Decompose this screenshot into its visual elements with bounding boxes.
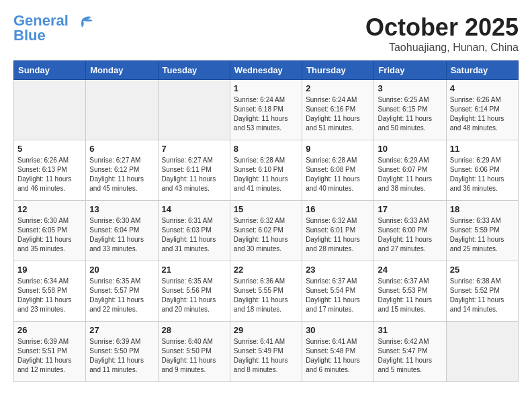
calendar-cell: 17Sunrise: 6:33 AMSunset: 6:00 PMDayligh… [374,201,446,261]
calendar-table: SundayMondayTuesdayWednesdayThursdayFrid… [13,60,519,382]
day-number: 29 [234,325,298,335]
day-info: Sunrise: 6:30 AMSunset: 6:05 PMDaylight:… [17,216,82,254]
page-header: GeneralBlue October 2025 Taohuajiang, Hu… [13,13,519,54]
calendar-cell: 29Sunrise: 6:41 AMSunset: 5:49 PMDayligh… [230,322,302,382]
calendar-week-4: 19Sunrise: 6:34 AMSunset: 5:58 PMDayligh… [14,261,519,322]
calendar-cell: 6Sunrise: 6:27 AMSunset: 6:12 PMDaylight… [86,140,158,201]
weekday-header-tuesday: Tuesday [158,61,230,80]
calendar-cell: 18Sunrise: 6:33 AMSunset: 5:59 PMDayligh… [446,201,518,261]
calendar-cell: 15Sunrise: 6:32 AMSunset: 6:02 PMDayligh… [230,201,302,261]
day-number: 30 [306,325,370,335]
calendar-cell: 16Sunrise: 6:32 AMSunset: 6:01 PMDayligh… [302,201,374,261]
calendar-cell [86,80,158,140]
calendar-cell: 4Sunrise: 6:26 AMSunset: 6:14 PMDaylight… [446,80,518,140]
day-number: 2 [306,83,370,93]
calendar-week-1: 1Sunrise: 6:24 AMSunset: 6:18 PMDaylight… [14,80,519,140]
day-number: 26 [17,325,82,335]
calendar-cell: 28Sunrise: 6:40 AMSunset: 5:50 PMDayligh… [158,322,230,382]
weekday-header-saturday: Saturday [446,61,518,80]
weekday-header-monday: Monday [86,61,158,80]
day-number: 27 [89,325,154,335]
day-info: Sunrise: 6:27 AMSunset: 6:12 PMDaylight:… [89,156,154,193]
day-info: Sunrise: 6:26 AMSunset: 6:13 PMDaylight:… [17,156,82,193]
calendar-cell: 10Sunrise: 6:29 AMSunset: 6:07 PMDayligh… [374,140,446,201]
calendar-cell: 12Sunrise: 6:30 AMSunset: 6:05 PMDayligh… [14,201,86,261]
day-number: 10 [378,144,442,154]
calendar-cell: 14Sunrise: 6:31 AMSunset: 6:03 PMDayligh… [158,201,230,261]
location-title: Taohuajiang, Hunan, China [365,42,519,54]
day-info: Sunrise: 6:29 AMSunset: 6:06 PMDaylight:… [450,156,515,193]
calendar-cell [158,80,230,140]
day-number: 25 [450,265,515,275]
calendar-cell: 24Sunrise: 6:37 AMSunset: 5:53 PMDayligh… [374,261,446,322]
calendar-cell: 19Sunrise: 6:34 AMSunset: 5:58 PMDayligh… [14,261,86,322]
calendar-body: 1Sunrise: 6:24 AMSunset: 6:18 PMDaylight… [14,80,519,382]
day-info: Sunrise: 6:39 AMSunset: 5:51 PMDaylight:… [17,337,82,375]
day-info: Sunrise: 6:34 AMSunset: 5:58 PMDaylight:… [17,277,82,314]
calendar-cell: 22Sunrise: 6:36 AMSunset: 5:55 PMDayligh… [230,261,302,322]
calendar-week-5: 26Sunrise: 6:39 AMSunset: 5:51 PMDayligh… [14,322,519,382]
day-number: 19 [17,265,82,275]
day-info: Sunrise: 6:35 AMSunset: 5:56 PMDaylight:… [162,277,226,314]
day-info: Sunrise: 6:27 AMSunset: 6:11 PMDaylight:… [162,156,226,193]
day-number: 16 [306,204,370,214]
day-number: 20 [89,265,154,275]
day-number: 23 [306,265,370,275]
logo: GeneralBlue [13,13,94,43]
day-info: Sunrise: 6:30 AMSunset: 6:04 PMDaylight:… [89,216,154,254]
calendar-cell: 27Sunrise: 6:39 AMSunset: 5:50 PMDayligh… [86,322,158,382]
day-info: Sunrise: 6:28 AMSunset: 6:08 PMDaylight:… [306,156,370,193]
day-info: Sunrise: 6:37 AMSunset: 5:53 PMDaylight:… [378,277,442,314]
day-number: 9 [306,144,370,154]
weekday-header-wednesday: Wednesday [230,61,302,80]
day-info: Sunrise: 6:35 AMSunset: 5:57 PMDaylight:… [89,277,154,314]
day-info: Sunrise: 6:33 AMSunset: 6:00 PMDaylight:… [378,216,442,254]
day-info: Sunrise: 6:40 AMSunset: 5:50 PMDaylight:… [162,337,226,375]
day-number: 3 [378,83,442,93]
day-info: Sunrise: 6:31 AMSunset: 6:03 PMDaylight:… [162,216,226,254]
calendar-cell: 21Sunrise: 6:35 AMSunset: 5:56 PMDayligh… [158,261,230,322]
day-number: 5 [17,144,82,154]
calendar-week-3: 12Sunrise: 6:30 AMSunset: 6:05 PMDayligh… [14,201,519,261]
day-number: 28 [162,325,226,335]
day-info: Sunrise: 6:37 AMSunset: 5:54 PMDaylight:… [306,277,370,314]
weekday-header-thursday: Thursday [302,61,374,80]
day-number: 8 [234,144,298,154]
calendar-cell: 8Sunrise: 6:28 AMSunset: 6:10 PMDaylight… [230,140,302,201]
day-info: Sunrise: 6:36 AMSunset: 5:55 PMDaylight:… [234,277,298,314]
calendar-cell: 31Sunrise: 6:42 AMSunset: 5:47 PMDayligh… [374,322,446,382]
day-number: 31 [378,325,442,335]
day-number: 7 [162,144,226,154]
day-info: Sunrise: 6:28 AMSunset: 6:10 PMDaylight:… [234,156,298,193]
calendar-cell: 30Sunrise: 6:41 AMSunset: 5:48 PMDayligh… [302,322,374,382]
day-info: Sunrise: 6:39 AMSunset: 5:50 PMDaylight:… [89,337,154,375]
day-number: 13 [89,204,154,214]
month-title: October 2025 [365,13,519,42]
day-number: 1 [234,83,298,93]
weekday-header-sunday: Sunday [14,61,86,80]
day-info: Sunrise: 6:25 AMSunset: 6:15 PMDaylight:… [378,95,442,133]
calendar-cell: 20Sunrise: 6:35 AMSunset: 5:57 PMDayligh… [86,261,158,322]
day-number: 12 [17,204,82,214]
day-number: 21 [162,265,226,275]
day-info: Sunrise: 6:33 AMSunset: 5:59 PMDaylight:… [450,216,515,254]
day-number: 18 [450,204,515,214]
day-info: Sunrise: 6:26 AMSunset: 6:14 PMDaylight:… [450,95,515,133]
calendar-cell: 1Sunrise: 6:24 AMSunset: 6:18 PMDaylight… [230,80,302,140]
bird-icon [70,14,94,33]
calendar-header-row: SundayMondayTuesdayWednesdayThursdayFrid… [14,61,519,80]
day-number: 4 [450,83,515,93]
calendar-week-2: 5Sunrise: 6:26 AMSunset: 6:13 PMDaylight… [14,140,519,201]
day-number: 17 [378,204,442,214]
day-number: 22 [234,265,298,275]
calendar-cell: 25Sunrise: 6:38 AMSunset: 5:52 PMDayligh… [446,261,518,322]
weekday-header-friday: Friday [374,61,446,80]
calendar-cell: 5Sunrise: 6:26 AMSunset: 6:13 PMDaylight… [14,140,86,201]
calendar-cell: 2Sunrise: 6:24 AMSunset: 6:16 PMDaylight… [302,80,374,140]
calendar-cell: 26Sunrise: 6:39 AMSunset: 5:51 PMDayligh… [14,322,86,382]
day-number: 15 [234,204,298,214]
day-info: Sunrise: 6:38 AMSunset: 5:52 PMDaylight:… [450,277,515,314]
calendar-cell [14,80,86,140]
logo-text: GeneralBlue [13,13,69,43]
day-info: Sunrise: 6:41 AMSunset: 5:48 PMDaylight:… [306,337,370,375]
